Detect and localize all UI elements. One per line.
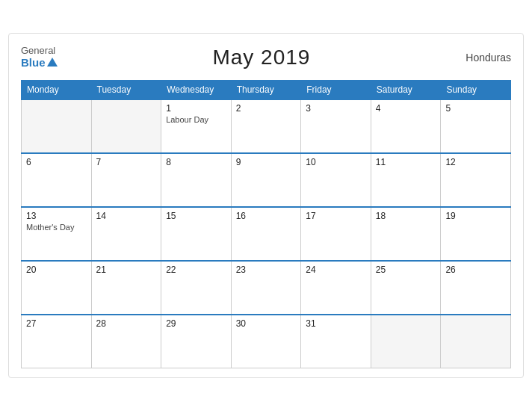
weekday-header-monday: Monday bbox=[22, 80, 92, 99]
day-number: 19 bbox=[445, 211, 506, 221]
day-number: 8 bbox=[166, 157, 226, 167]
day-number: 29 bbox=[166, 318, 226, 329]
day-number: 10 bbox=[306, 157, 366, 167]
calendar-cell: 19 bbox=[441, 207, 511, 261]
day-number: 13 bbox=[26, 211, 87, 221]
calendar-title: May 2019 bbox=[212, 46, 310, 69]
week-row-1: 1Labour Day2345 bbox=[22, 99, 511, 153]
logo-general-text: General bbox=[21, 46, 58, 56]
calendar-cell bbox=[371, 315, 441, 368]
day-number: 5 bbox=[445, 103, 506, 114]
day-number: 21 bbox=[96, 265, 157, 275]
calendar-cell: 29 bbox=[161, 315, 232, 368]
calendar-cell: 25 bbox=[371, 261, 441, 315]
weekday-header-row: MondayTuesdayWednesdayThursdayFridaySatu… bbox=[22, 80, 511, 99]
day-number: 24 bbox=[306, 265, 366, 275]
day-number: 30 bbox=[236, 318, 297, 329]
calendar-cell: 7 bbox=[91, 153, 161, 207]
day-number: 28 bbox=[96, 318, 157, 329]
weekday-header-sunday: Sunday bbox=[441, 80, 511, 99]
day-number: 2 bbox=[236, 103, 297, 114]
calendar-cell: 10 bbox=[301, 153, 371, 207]
day-event: Labour Day bbox=[166, 115, 226, 124]
calendar-cell bbox=[22, 99, 92, 153]
calendar-cell: 8 bbox=[161, 153, 232, 207]
weekday-header-wednesday: Wednesday bbox=[161, 80, 232, 99]
calendar-cell: 17 bbox=[301, 207, 371, 261]
week-row-3: 13Mother's Day141516171819 bbox=[22, 207, 511, 261]
weekday-header-thursday: Thursday bbox=[231, 80, 301, 99]
day-number: 26 bbox=[445, 265, 506, 275]
calendar-cell: 2 bbox=[231, 99, 301, 153]
day-number: 12 bbox=[445, 157, 506, 167]
logo: General Blue bbox=[21, 46, 58, 69]
day-number: 16 bbox=[236, 211, 297, 221]
weekday-header-tuesday: Tuesday bbox=[91, 80, 161, 99]
calendar-cell: 28 bbox=[91, 315, 161, 368]
calendar-cell: 26 bbox=[441, 261, 511, 315]
calendar-cell bbox=[441, 315, 511, 368]
logo-blue-text: Blue bbox=[21, 57, 58, 69]
day-number: 6 bbox=[26, 157, 87, 167]
calendar-cell: 16 bbox=[231, 207, 301, 261]
calendar-cell: 27 bbox=[22, 315, 92, 368]
calendar-cell: 3 bbox=[301, 99, 371, 153]
calendar-cell: 12 bbox=[441, 153, 511, 207]
day-number: 18 bbox=[376, 211, 436, 221]
calendar-cell: 31 bbox=[301, 315, 371, 368]
calendar-cell: 30 bbox=[231, 315, 301, 368]
calendar-cell: 22 bbox=[161, 261, 232, 315]
calendar-cell: 24 bbox=[301, 261, 371, 315]
weekday-header-saturday: Saturday bbox=[371, 80, 441, 99]
calendar-cell: 14 bbox=[91, 207, 161, 261]
calendar-cell bbox=[91, 99, 161, 153]
week-row-4: 20212223242526 bbox=[22, 261, 511, 315]
week-row-5: 2728293031 bbox=[22, 315, 511, 368]
day-number: 17 bbox=[306, 211, 366, 221]
calendar-cell: 5 bbox=[441, 99, 511, 153]
calendar-cell: 21 bbox=[91, 261, 161, 315]
weekday-header-friday: Friday bbox=[301, 80, 371, 99]
day-number: 11 bbox=[376, 157, 436, 167]
day-number: 20 bbox=[26, 265, 87, 275]
day-number: 9 bbox=[236, 157, 297, 167]
calendar-cell: 18 bbox=[371, 207, 441, 261]
calendar-cell: 9 bbox=[231, 153, 301, 207]
calendar-cell: 15 bbox=[161, 207, 232, 261]
day-number: 1 bbox=[166, 103, 226, 114]
calendar-country: Honduras bbox=[466, 52, 511, 64]
day-number: 25 bbox=[376, 265, 436, 275]
day-number: 27 bbox=[26, 318, 87, 329]
calendar-grid: MondayTuesdayWednesdayThursdayFridaySatu… bbox=[21, 80, 511, 369]
day-number: 3 bbox=[306, 103, 366, 114]
day-number: 22 bbox=[166, 265, 226, 275]
day-number: 4 bbox=[376, 103, 436, 114]
day-number: 14 bbox=[96, 211, 157, 221]
calendar-cell: 6 bbox=[22, 153, 92, 207]
day-number: 7 bbox=[96, 157, 157, 167]
calendar-cell: 23 bbox=[231, 261, 301, 315]
calendar-cell: 1Labour Day bbox=[161, 99, 232, 153]
day-event: Mother's Day bbox=[26, 223, 87, 232]
calendar-container: General Blue May 2019 Honduras MondayTue… bbox=[8, 33, 524, 379]
calendar-cell: 13Mother's Day bbox=[22, 207, 92, 261]
calendar-cell: 4 bbox=[371, 99, 441, 153]
calendar-cell: 11 bbox=[371, 153, 441, 207]
day-number: 15 bbox=[166, 211, 226, 221]
week-row-2: 6789101112 bbox=[22, 153, 511, 207]
day-number: 23 bbox=[236, 265, 297, 275]
day-number: 31 bbox=[306, 318, 366, 329]
calendar-cell: 20 bbox=[22, 261, 92, 315]
calendar-header: General Blue May 2019 Honduras bbox=[21, 46, 511, 69]
logo-triangle-icon bbox=[47, 58, 58, 67]
